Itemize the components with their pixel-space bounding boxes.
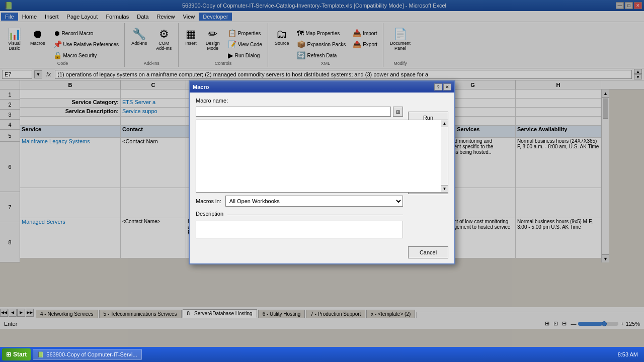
list-scroll-up[interactable]: ▲ bbox=[441, 120, 448, 127]
listbox-scrollbar[interactable]: ▲ ▼ bbox=[441, 120, 448, 192]
list-scroll-down[interactable]: ▼ bbox=[441, 185, 448, 192]
macro-name-input-row: ⊞ bbox=[196, 107, 403, 117]
macros-in-select[interactable]: All Open Workbooks This Workbook Persona… bbox=[225, 196, 403, 207]
macro-list-content bbox=[196, 120, 448, 122]
description-divider bbox=[227, 215, 403, 215]
description-label: Description bbox=[196, 211, 223, 217]
macro-name-row: Macro name: bbox=[196, 98, 448, 104]
start-button[interactable]: ⊞ Start bbox=[2, 348, 31, 360]
cancel-button[interactable]: Cancel bbox=[408, 246, 448, 258]
modal-help-button[interactable]: ? bbox=[434, 83, 442, 90]
macros-in-label: Macros in: bbox=[196, 198, 221, 204]
modal-body: Macro name: ⊞ Run Step Into Edit Create … bbox=[190, 93, 454, 243]
list-scroll-track bbox=[441, 127, 448, 185]
modal-titlebar: Macro ? ✕ bbox=[190, 81, 454, 93]
modal-footer: Cancel bbox=[190, 243, 454, 263]
description-box[interactable] bbox=[196, 221, 403, 238]
modal-title: Macro bbox=[193, 84, 209, 90]
excel-taskbar-icon: 📗 bbox=[37, 351, 44, 358]
start-label: Start bbox=[13, 351, 27, 358]
modal-close-button[interactable]: ✕ bbox=[443, 83, 451, 90]
macro-name-label: Macro name: bbox=[196, 98, 228, 104]
macro-listbox[interactable]: ▲ ▼ bbox=[196, 120, 448, 193]
taskbar: ⊞ Start 📗 563900-Copy of Copmuter-IT-Ser… bbox=[0, 347, 644, 362]
description-header: Description bbox=[196, 211, 403, 219]
excel-taskbar-item[interactable]: 📗 563900-Copy of Copmuter-IT-Servi... bbox=[33, 349, 141, 360]
modal-controls[interactable]: ? ✕ bbox=[434, 83, 451, 90]
description-area: Description bbox=[196, 211, 403, 238]
macro-browse-button[interactable]: ⊞ bbox=[393, 107, 403, 117]
modal-overlay: Macro ? ✕ Macro name: ⊞ Run Step Into Ed… bbox=[0, 0, 644, 362]
windows-icon: ⊞ bbox=[6, 351, 11, 358]
taskbar-clock: 8:53 AM bbox=[614, 351, 642, 357]
macro-name-input[interactable] bbox=[196, 107, 391, 117]
macros-in-row: Macros in: All Open Workbooks This Workb… bbox=[196, 196, 403, 207]
macro-dialog: Macro ? ✕ Macro name: ⊞ Run Step Into Ed… bbox=[189, 80, 455, 264]
excel-taskbar-label: 563900-Copy of Copmuter-IT-Servi... bbox=[46, 351, 137, 357]
